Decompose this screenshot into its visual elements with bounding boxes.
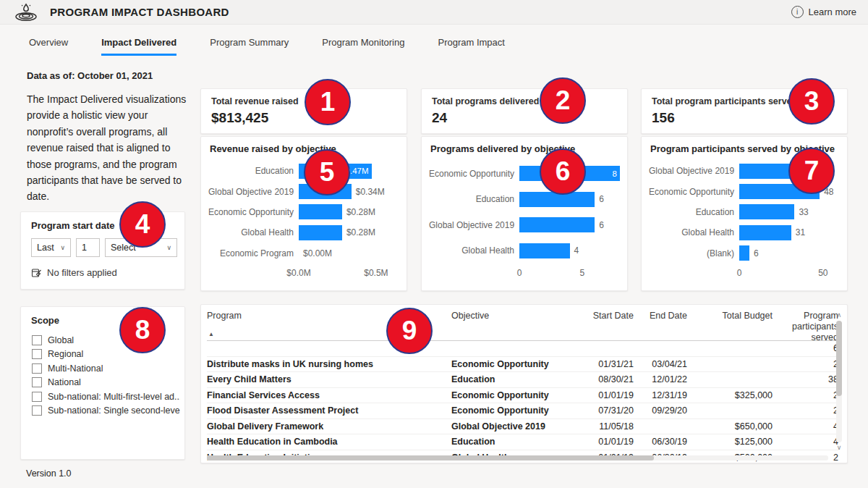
chart-row: Economic Opportunity$0.28M: [208, 204, 399, 219]
annotation-badge-9: 9: [386, 308, 433, 354]
bar-value-label: 4: [574, 245, 579, 256]
table-cell: 11/05/18: [583, 421, 634, 432]
filter-title: Program start date: [31, 220, 115, 231]
table-cell: 6: [773, 343, 838, 353]
bar-value-label: 6: [754, 248, 759, 258]
table-cell: Financial Services Access: [207, 390, 451, 400]
tab-program-impact[interactable]: Program Impact: [438, 37, 504, 56]
column-header-start-date[interactable]: Start Date: [583, 311, 634, 343]
table-cell: 38: [773, 374, 838, 384]
bar-value-label: $0.34M: [356, 187, 385, 197]
column-header-program-participants-served[interactable]: Program participants served: [773, 311, 838, 343]
table-body: 6Distribute masks in UK nursing homesEco…: [207, 341, 838, 463]
bar[interactable]: [739, 225, 791, 240]
scope-option[interactable]: Sub-national: Single second-leve...: [32, 404, 180, 418]
tab-overview[interactable]: Overview: [29, 37, 68, 56]
number-input[interactable]: [82, 243, 94, 253]
bar[interactable]: [299, 204, 342, 219]
column-header-objective[interactable]: Objective: [451, 311, 583, 343]
column-header-end-date[interactable]: End Date: [634, 311, 687, 343]
axis-tick-label: $0.0M: [286, 268, 310, 278]
scope-title: Scope: [31, 315, 59, 326]
scrollbar-track[interactable]: [836, 321, 842, 442]
chart-row: (Blank)6: [649, 245, 840, 261]
scrollbar-thumb[interactable]: [836, 321, 842, 396]
relative-date-number-field[interactable]: [76, 238, 100, 257]
bar[interactable]: [739, 204, 794, 219]
tab-impact-delivered[interactable]: Impact Delivered: [101, 37, 176, 56]
chart-x-axis: $0.0M$0.5M: [299, 268, 399, 279]
category-label: Education: [208, 166, 299, 176]
table-cell: 12/01/22: [634, 374, 687, 384]
scope-option[interactable]: National: [32, 376, 180, 390]
info-icon: i: [791, 6, 804, 18]
checkbox-unchecked-icon[interactable]: [32, 377, 42, 387]
chevron-down-icon: ∨: [166, 244, 171, 251]
chart-row: Global Objective 20196: [429, 217, 620, 232]
bar[interactable]: [519, 243, 570, 258]
kpi-label: Total revenue raised: [211, 96, 299, 106]
tab-program-summary[interactable]: Program Summary: [210, 37, 289, 56]
table-cell: 2: [773, 359, 838, 369]
annotation-badge-6: 6: [540, 148, 586, 195]
scope-option[interactable]: Multi-National: [32, 361, 180, 376]
column-header-total-budget[interactable]: Total Budget: [687, 311, 773, 343]
bar[interactable]: [739, 245, 749, 261]
dropdown-value: Last: [37, 243, 54, 253]
kpi-label: Total program participants served: [652, 96, 797, 106]
table-row[interactable]: Distribute masks in UK nursing homesEcon…: [207, 357, 838, 373]
bar[interactable]: [519, 217, 595, 232]
axis-tick-label: 0: [517, 268, 522, 278]
learn-more-button[interactable]: i Learn more: [791, 6, 856, 18]
table-row[interactable]: Financial Services AccessEconomic Opport…: [207, 388, 838, 404]
table-row[interactable]: Health Education in CambodiaEducation01/…: [207, 434, 838, 450]
relative-date-mode-dropdown[interactable]: Last ∨: [31, 238, 71, 257]
bar-track: $0.28M: [299, 204, 399, 219]
table-row[interactable]: 6: [207, 341, 838, 357]
checkbox-unchecked-icon[interactable]: [32, 349, 42, 359]
scope-option-label: Global: [48, 335, 74, 345]
checkbox-unchecked-icon[interactable]: [32, 405, 42, 416]
table-row[interactable]: Flood Disaster Assessment ProjectEconomi…: [207, 403, 838, 419]
axis-tick-label: 5: [580, 268, 585, 278]
kpi-total-revenue-card: Total revenue raised $813,425: [200, 88, 407, 134]
table-cell: Every Child Matters: [207, 374, 451, 384]
annotation-badge-8: 8: [119, 307, 166, 353]
annotation-badge-4: 4: [119, 201, 166, 248]
table-header-row: ProgramObjectiveStart DateEnd DateTotal …: [207, 311, 838, 343]
horizontal-scrollbar[interactable]: [207, 455, 828, 460]
kpi-value: 24: [432, 110, 447, 126]
kpi-label: Total programs delivered: [432, 96, 539, 106]
table-cell: Economic Opportunity: [451, 405, 583, 416]
scroll-up-icon[interactable]: ∧: [837, 312, 842, 319]
bar-value-label: 6: [599, 194, 604, 204]
scope-option[interactable]: Regional: [32, 348, 180, 362]
checkbox-unchecked-icon[interactable]: [32, 335, 42, 345]
chart-row: Education6: [429, 192, 620, 207]
bar-value-label: $0.00M: [303, 248, 332, 258]
annotation-badge-3: 3: [788, 78, 835, 125]
scroll-down-icon[interactable]: ∨: [837, 445, 842, 451]
checkbox-unchecked-icon[interactable]: [32, 363, 42, 374]
bar-track: 6: [519, 192, 620, 207]
chart-row: Economic Program$0.00M: [208, 245, 399, 261]
checkbox-unchecked-icon[interactable]: [32, 392, 42, 402]
table-cell: Economic Opportunity: [451, 359, 583, 369]
category-label: Global Objective 2019: [649, 166, 739, 176]
table-cell: $125,000: [687, 437, 773, 447]
table-row[interactable]: Every Child MattersEducation08/30/2112/0…: [207, 372, 838, 388]
table-cell: 2: [773, 390, 838, 400]
table-row[interactable]: Global Delivery FrameworkGlobal Objectiv…: [207, 419, 838, 435]
scope-option[interactable]: Sub-national: Multi-first-level ad...: [32, 390, 180, 404]
chart-x-axis: 05: [519, 268, 620, 279]
table-cell: 07/31/20: [583, 405, 634, 416]
category-label: Global Health: [649, 227, 739, 237]
bar[interactable]: [299, 225, 342, 240]
tab-program-monitoring[interactable]: Program Monitoring: [322, 37, 404, 56]
horizontal-scrollbar-thumb[interactable]: [207, 455, 654, 460]
chart-x-axis: 050: [739, 268, 840, 279]
scope-option-label: Multi-National: [48, 363, 103, 374]
sort-ascending-icon[interactable]: ▲: [208, 331, 214, 337]
axis-tick-label: 50: [818, 268, 827, 278]
programs-by-objective-chart-card: Programs delivered by objective Economic…: [421, 136, 628, 291]
